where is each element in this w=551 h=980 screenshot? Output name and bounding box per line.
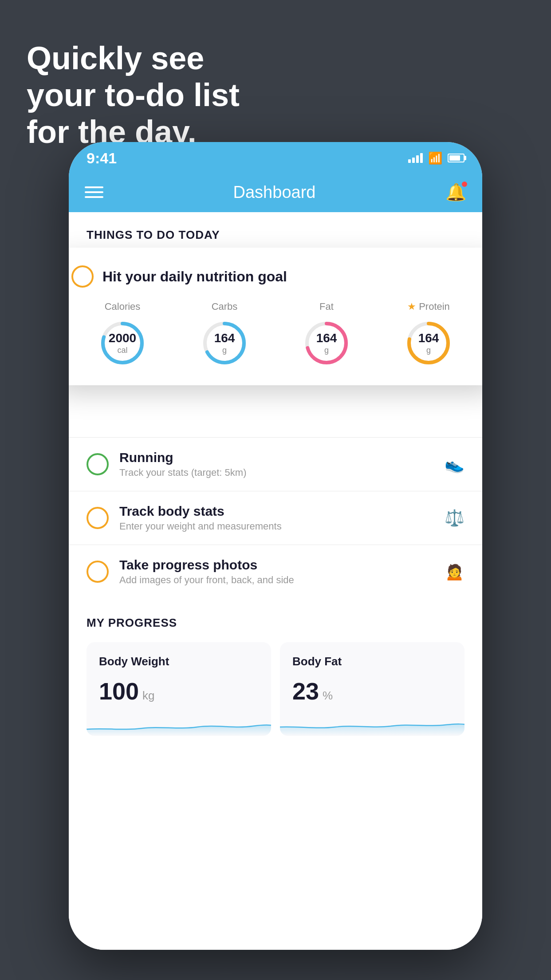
body-weight-card: Body Weight 100 kg (87, 642, 271, 736)
body-weight-value: 100 (99, 677, 139, 705)
body-fat-value: 23 (292, 677, 319, 705)
scale-icon: ⚖️ (445, 509, 464, 527)
nutrition-card: Hit your daily nutrition goal Calories (69, 248, 482, 385)
fat-value: 164 (316, 331, 337, 346)
photos-checkbox[interactable] (87, 561, 109, 583)
nav-title: Dashboard (233, 183, 316, 202)
protein-label: ★ Protein (407, 301, 450, 312)
protein-ring: 164 g (404, 319, 453, 368)
status-icons: 📶 (408, 151, 464, 165)
calories-label: Calories (105, 301, 141, 312)
person-icon: 🙍 (445, 562, 464, 581)
menu-button[interactable] (85, 186, 103, 198)
body-weight-chart (87, 714, 271, 736)
section-things-to-do: THINGS TO DO TODAY (69, 212, 482, 251)
fat-ring: 164 g (302, 319, 351, 368)
photos-subtitle: Add images of your front, back, and side (119, 574, 434, 586)
shoe-icon: 👟 (445, 455, 464, 474)
todo-item-running[interactable]: Running Track your stats (target: 5km) 👟 (69, 437, 482, 491)
progress-section: MY PROGRESS Body Weight 100 kg (69, 598, 482, 736)
battery-icon (448, 154, 464, 162)
status-time: 9:41 (87, 150, 117, 167)
todo-item-body-stats[interactable]: Track body stats Enter your weight and m… (69, 491, 482, 545)
body-stats-checkbox[interactable] (87, 507, 109, 529)
body-stats-text: Track body stats Enter your weight and m… (119, 504, 434, 532)
protein-unit: g (418, 346, 439, 356)
body-fat-card: Body Fat 23 % (280, 642, 464, 736)
notification-dot (461, 181, 468, 188)
notification-bell-button[interactable]: 🔔 (445, 182, 466, 202)
nutrition-title: Hit your daily nutrition goal (102, 269, 287, 285)
carbs-item: Carbs 164 g (200, 301, 249, 368)
body-stats-title: Track body stats (119, 504, 434, 519)
calories-unit: cal (109, 346, 136, 356)
fat-item: Fat 164 g (302, 301, 351, 368)
protein-value: 164 (418, 331, 439, 346)
body-weight-unit: kg (142, 689, 154, 703)
hero-headline: Quickly see your to-do list for the day. (27, 40, 240, 150)
calories-value: 2000 (109, 331, 136, 346)
wifi-icon: 📶 (428, 151, 442, 165)
nutrition-checkbox[interactable] (71, 265, 94, 288)
scroll-area: THINGS TO DO TODAY Hit your daily nutrit… (69, 212, 482, 950)
running-text: Running Track your stats (target: 5km) (119, 450, 434, 478)
fat-label: Fat (319, 301, 334, 312)
carbs-ring: 164 g (200, 319, 249, 368)
nav-bar: Dashboard 🔔 (69, 172, 482, 212)
carbs-value: 164 (214, 331, 235, 346)
signal-icon (408, 153, 423, 163)
phone-mockup: 9:41 📶 Dashboard 🔔 TH (69, 142, 482, 950)
photos-title: Take progress photos (119, 557, 434, 573)
calories-item: Calories 2000 cal (98, 301, 147, 368)
body-fat-unit: % (323, 689, 333, 703)
body-weight-value-row: 100 kg (99, 677, 259, 705)
nutrition-grid: Calories 2000 cal (71, 301, 480, 368)
todo-item-photos[interactable]: Take progress photos Add images of your … (69, 545, 482, 598)
star-icon: ★ (407, 301, 416, 312)
headline-line1: Quickly see (27, 40, 204, 76)
carbs-label: Carbs (212, 301, 238, 312)
status-bar: 9:41 📶 (69, 142, 482, 172)
running-checkbox[interactable] (87, 453, 109, 475)
body-fat-value-row: 23 % (292, 677, 452, 705)
running-title: Running (119, 450, 434, 465)
headline-line2: your to-do list (27, 77, 240, 113)
calories-ring: 2000 cal (98, 319, 147, 368)
protein-item: ★ Protein 164 g (404, 301, 453, 368)
progress-title: MY PROGRESS (87, 616, 464, 630)
running-subtitle: Track your stats (target: 5km) (119, 467, 434, 478)
photos-text: Take progress photos Add images of your … (119, 557, 434, 586)
carbs-unit: g (214, 346, 235, 356)
fat-unit: g (316, 346, 337, 356)
todo-list: Running Track your stats (target: 5km) 👟… (69, 437, 482, 598)
progress-cards: Body Weight 100 kg (87, 642, 464, 736)
body-fat-chart (280, 714, 464, 736)
body-weight-label: Body Weight (99, 655, 259, 668)
body-stats-subtitle: Enter your weight and measurements (119, 521, 434, 532)
body-fat-label: Body Fat (292, 655, 452, 668)
